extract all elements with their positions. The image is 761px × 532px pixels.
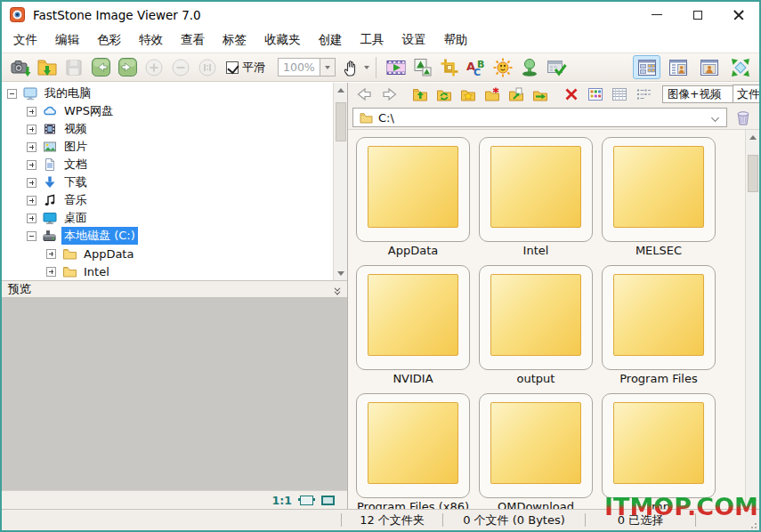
folder-item[interactable]: NVIDIA (356, 265, 470, 387)
save-icon (64, 58, 84, 77)
fit-window-button[interactable] (300, 496, 313, 505)
delete-button[interactable] (559, 85, 583, 104)
previous-image-button[interactable] (87, 55, 114, 79)
expand-expander-icon[interactable] (27, 196, 36, 206)
folder-item[interactable]: QMDownload (479, 393, 593, 509)
browser-scrollbar[interactable] (745, 130, 759, 509)
tree-item-desktop[interactable]: 桌面 (2, 209, 333, 227)
tree-item-pictures[interactable]: 图片 (2, 138, 333, 156)
fit-image-button[interactable] (321, 496, 335, 505)
smooth-checkbox[interactable]: 平滑 (226, 60, 265, 76)
folder-item[interactable]: tmp (602, 393, 716, 509)
tree-item-local-disk-c[interactable]: 本地磁盘 (C:) (2, 227, 333, 245)
tree-scrollbar-thumb[interactable] (336, 102, 346, 141)
chevron-down-icon[interactable] (711, 115, 720, 120)
refresh-button[interactable] (432, 85, 456, 104)
tree-item-documents[interactable]: 文档 (2, 156, 333, 173)
expand-expander-icon[interactable] (27, 142, 36, 152)
move-to-folder-button[interactable] (528, 85, 552, 104)
minimize-button[interactable] (636, 2, 677, 28)
tree-item-appdata[interactable]: AppData (2, 245, 333, 262)
up-folder-button[interactable] (408, 85, 432, 104)
layout-browser-button[interactable] (633, 55, 660, 79)
zoom-level-combo[interactable]: 100% (278, 58, 336, 77)
resize-grip[interactable] (748, 521, 757, 530)
menu-tools[interactable]: 工具 (352, 28, 393, 52)
expand-expander-icon[interactable] (27, 178, 36, 188)
save-button[interactable] (61, 55, 87, 79)
clipped-sort-control[interactable]: 文件 (733, 85, 759, 103)
menu-colors[interactable]: 色彩 (88, 28, 130, 52)
folder-item[interactable]: output (479, 265, 593, 387)
tree-item-videos[interactable]: 视频 (2, 120, 333, 138)
pan-tool-button[interactable] (341, 58, 369, 77)
folder-item[interactable]: Program Files (602, 265, 716, 387)
tree-item-intel[interactable]: Intel (2, 262, 333, 280)
adjust-colors-button[interactable] (490, 55, 516, 79)
batch-convert-button[interactable]: A C B (463, 55, 490, 79)
expand-expander-icon[interactable] (46, 249, 56, 259)
actual-size-button[interactable] (194, 55, 221, 79)
menu-effects[interactable]: 特效 (130, 28, 172, 52)
tree-item-wps-cloud[interactable]: WPS网盘 (2, 102, 333, 120)
menu-favorites[interactable]: 收藏夹 (255, 28, 310, 52)
folder-item[interactable]: Program Files (x86) (356, 393, 470, 509)
scroll-up-icon[interactable] (746, 130, 760, 144)
menu-view[interactable]: 查看 (172, 28, 214, 52)
open-folder-button[interactable] (34, 55, 61, 79)
back-button[interactable] (352, 85, 376, 104)
address-input[interactable]: C:\ (352, 108, 727, 127)
tree-item-downloads[interactable]: 下载 (2, 173, 333, 191)
close-button[interactable] (718, 2, 759, 28)
menu-settings[interactable]: 设置 (393, 28, 435, 52)
maximize-button[interactable] (677, 2, 718, 28)
expand-expander-icon[interactable] (27, 160, 36, 170)
tree-item-music[interactable]: 音乐 (2, 191, 333, 209)
thumbnail-view-button[interactable] (583, 85, 607, 104)
collapse-panel-button[interactable] (335, 286, 341, 293)
menu-file[interactable]: 文件 (4, 28, 46, 52)
folder-thumbnail (356, 137, 470, 242)
menu-tag[interactable]: 标签 (214, 28, 255, 52)
menu-create[interactable]: 创建 (310, 28, 352, 52)
browser-scrollbar-thumb[interactable] (748, 155, 758, 192)
new-folder-button[interactable] (480, 85, 504, 104)
folder-item[interactable]: Intel (479, 137, 593, 259)
tree-item-my-computer[interactable]: 我的电脑 (2, 85, 333, 102)
collapse-expander-icon[interactable] (27, 231, 36, 241)
collapse-expander-icon[interactable] (7, 89, 17, 99)
folder-item[interactable]: MELSEC (602, 137, 716, 259)
tree-scrollbar[interactable] (333, 83, 347, 280)
zoom-in-button[interactable] (141, 55, 167, 79)
folder-up-icon (412, 86, 428, 102)
tree-label: Intel (81, 264, 112, 279)
details-view-button[interactable] (607, 85, 631, 104)
expand-expander-icon[interactable] (46, 267, 56, 277)
screen-capture-button[interactable] (543, 55, 570, 79)
list-view-button[interactable] (631, 85, 655, 104)
layout-list-image-button[interactable] (664, 55, 692, 79)
menu-edit[interactable]: 编辑 (46, 28, 88, 52)
copy-to-folder-button[interactable] (504, 85, 528, 104)
favorites-button[interactable] (456, 85, 480, 104)
scroll-down-icon[interactable] (334, 266, 348, 280)
zoom-combo-arrow[interactable] (320, 58, 336, 77)
computer-icon (23, 86, 37, 101)
fullscreen-button[interactable] (726, 55, 754, 79)
scroll-up-icon[interactable] (334, 83, 348, 97)
expand-expander-icon[interactable] (27, 107, 36, 117)
crop-button[interactable] (436, 55, 463, 79)
layout-image-only-button[interactable] (695, 55, 723, 79)
folder-item[interactable]: AppData (356, 137, 470, 259)
zoom-out-button[interactable] (167, 55, 194, 79)
acquire-camera-button[interactable] (7, 55, 34, 79)
expand-expander-icon[interactable] (27, 214, 36, 223)
resize-button[interactable] (409, 55, 436, 79)
recycle-bin-button[interactable] (732, 107, 755, 128)
expand-expander-icon[interactable] (27, 125, 36, 134)
slideshow-button[interactable] (383, 55, 409, 79)
clone-stamp-button[interactable] (516, 55, 543, 79)
next-image-button[interactable] (114, 55, 141, 79)
forward-button[interactable] (376, 85, 401, 104)
menu-help[interactable]: 帮助 (435, 28, 477, 52)
